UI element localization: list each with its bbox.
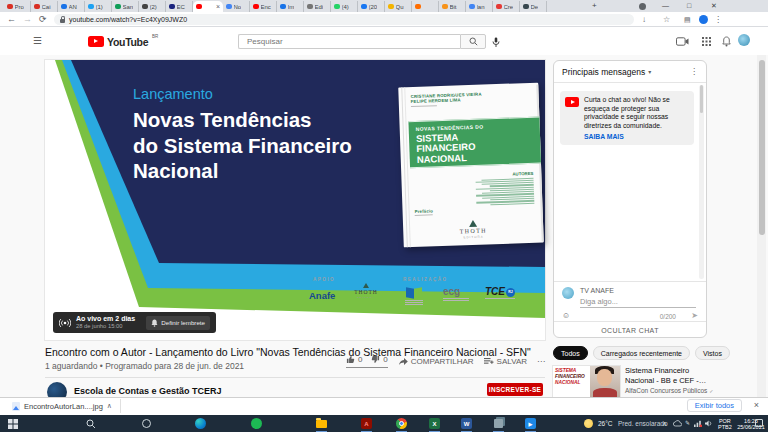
browser-tab[interactable]: Edi bbox=[304, 1, 331, 12]
video-player[interactable]: Lançamento Novas Tendências do Sistema F… bbox=[45, 60, 545, 340]
search-input[interactable] bbox=[245, 36, 460, 47]
save-button[interactable]: SALVAR bbox=[484, 357, 527, 366]
browser-tab[interactable]: (20 bbox=[358, 1, 385, 12]
hide-chat-button[interactable]: OCULTAR CHAT bbox=[554, 321, 706, 339]
onedrive-cloud-icon[interactable] bbox=[673, 420, 682, 427]
weather-condition[interactable]: Pred. ensolarado bbox=[618, 415, 668, 432]
word-icon[interactable]: W bbox=[460, 417, 473, 430]
download-icon[interactable]: ↓ bbox=[642, 15, 646, 24]
browser-tab[interactable] bbox=[193, 1, 223, 12]
browser-tab[interactable]: AN bbox=[58, 1, 85, 12]
voice-search-mic-icon[interactable] bbox=[492, 37, 500, 48]
spotify-icon[interactable] bbox=[250, 417, 263, 430]
browser-tab[interactable]: Bit bbox=[439, 1, 466, 12]
forward-icon[interactable]: → bbox=[23, 15, 32, 24]
extensions-icon[interactable]: ▤ bbox=[684, 15, 691, 24]
browser-tab[interactable]: lan bbox=[466, 1, 493, 12]
window-maximize-button[interactable]: □ bbox=[687, 1, 691, 11]
chat-scrollbar[interactable] bbox=[699, 85, 704, 279]
thumbs-down-icon bbox=[371, 355, 380, 364]
movies-tv-icon[interactable]: ▶ bbox=[524, 417, 537, 430]
tray-chevron-up-icon[interactable]: ∧ bbox=[662, 415, 667, 432]
new-tab-button[interactable]: + bbox=[592, 0, 597, 11]
youtube-country-code: BR bbox=[152, 34, 158, 39]
keyboard-language-indicator[interactable]: POR PTB2 bbox=[718, 418, 732, 430]
browser-tab[interactable]: Pro bbox=[4, 1, 31, 12]
search-box[interactable] bbox=[238, 34, 460, 49]
browser-tab[interactable]: Qu bbox=[385, 1, 412, 12]
browser-tab[interactable]: (2) bbox=[139, 1, 166, 12]
acrobat-icon[interactable]: A bbox=[360, 417, 373, 430]
apps-grid-icon[interactable] bbox=[702, 37, 711, 46]
video-meta: 1 aguardando • Programado para 28 de jun… bbox=[45, 361, 244, 371]
dislike-button[interactable]: 0 bbox=[371, 355, 387, 364]
create-video-icon[interactable] bbox=[676, 37, 689, 46]
browser-tab[interactable]: Cai bbox=[31, 1, 58, 12]
back-icon[interactable]: ← bbox=[7, 15, 16, 24]
youtube-logo-icon[interactable] bbox=[88, 36, 104, 47]
chat-menu-kebab-icon[interactable]: ⋮ bbox=[690, 67, 698, 76]
cortana-icon[interactable] bbox=[140, 417, 153, 430]
browser-menu-kebab-icon[interactable]: ⋮ bbox=[714, 15, 722, 24]
start-button[interactable] bbox=[6, 417, 19, 430]
chat-message-input[interactable]: Diga algo... bbox=[580, 297, 618, 306]
action-center-icon[interactable] bbox=[755, 419, 763, 427]
stacked-windows-icon[interactable] bbox=[492, 417, 505, 430]
pen-workspace-icon[interactable]: ✎ bbox=[685, 415, 690, 432]
tab-favicon-icon bbox=[61, 4, 67, 10]
filter-chip[interactable]: Vistos bbox=[695, 346, 730, 360]
bookmark-star-icon[interactable]: ☆ bbox=[663, 15, 670, 24]
edge-icon[interactable] bbox=[194, 417, 207, 430]
browser-tab[interactable]: De bbox=[520, 1, 547, 12]
weather-temperature[interactable]: 26°C bbox=[598, 415, 613, 432]
window-close-button[interactable]: ✕ bbox=[711, 1, 717, 11]
more-actions-icon[interactable]: ⋯ bbox=[537, 357, 545, 366]
channel-name[interactable]: Escola de Contas e Gestão TCERJ bbox=[74, 386, 222, 396]
browser-profile-icon[interactable] bbox=[639, 3, 646, 10]
browser-tab[interactable]: EC bbox=[166, 1, 193, 12]
filter-chip[interactable]: Carregados recentemente bbox=[593, 346, 690, 360]
browser-tab[interactable]: Cre bbox=[493, 1, 520, 12]
filter-chip[interactable]: Todos bbox=[553, 346, 588, 360]
send-icon[interactable]: ➤ bbox=[691, 311, 698, 320]
file-explorer-icon[interactable] bbox=[315, 417, 328, 430]
share-button[interactable]: COMPARTILHAR bbox=[398, 357, 474, 366]
download-bar-close-icon[interactable]: × bbox=[754, 400, 759, 410]
browser-tab[interactable] bbox=[412, 1, 439, 12]
browser-tab[interactable]: San bbox=[112, 1, 139, 12]
chrome-icon[interactable] bbox=[395, 417, 408, 430]
suggested-video-title[interactable]: Sistema Financeiro Nacional - BB e CEF -… bbox=[625, 366, 709, 385]
page-url[interactable]: youtube.com/watch?v=Ec4Xy09JWZ0 bbox=[69, 16, 187, 23]
subscribe-button[interactable]: INSCREVER-SE bbox=[487, 383, 543, 396]
taskbar-search-icon[interactable] bbox=[84, 417, 97, 430]
refresh-icon[interactable]: ⟳ bbox=[39, 15, 47, 24]
weather-sun-icon[interactable] bbox=[584, 419, 593, 428]
search-button[interactable] bbox=[460, 34, 486, 49]
youtube-logo-text[interactable]: YouTube bbox=[107, 36, 148, 48]
browser-tab[interactable]: (1) bbox=[85, 1, 112, 12]
file-menu-caret-icon[interactable]: ∧ bbox=[107, 402, 112, 410]
hamburger-menu-icon[interactable]: ☰ bbox=[33, 35, 42, 46]
set-reminder-button[interactable]: Definir lembrete bbox=[146, 316, 210, 330]
like-button[interactable]: 0 bbox=[346, 355, 362, 364]
browser-tab[interactable]: No bbox=[223, 1, 250, 12]
emoji-icon[interactable]: ☺ bbox=[562, 311, 570, 320]
profile-avatar[interactable] bbox=[699, 15, 708, 24]
suggested-video-channel[interactable]: AlfaCon Concursos Públicos ✓ bbox=[625, 387, 713, 394]
network-icon[interactable] bbox=[694, 420, 702, 427]
show-all-downloads-button[interactable]: Exibir todos bbox=[687, 399, 742, 412]
suggested-video-thumbnail[interactable]: SISTEMA FINANCEIRO NACIONAL bbox=[553, 366, 620, 397]
excel-icon[interactable]: X bbox=[428, 417, 441, 430]
learn-more-link[interactable]: SAIBA MAIS bbox=[584, 133, 689, 140]
browser-tab[interactable]: Im bbox=[277, 1, 304, 12]
account-avatar[interactable] bbox=[738, 34, 750, 46]
notifications-bell-icon[interactable] bbox=[722, 36, 731, 47]
browser-tab[interactable]: Enc bbox=[250, 1, 277, 12]
browser-tab[interactable]: (4) bbox=[331, 1, 358, 12]
url-omnibox[interactable]: youtube.com/watch?v=Ec4Xy09JWZ0 bbox=[54, 14, 634, 25]
page-scrollbar[interactable] bbox=[757, 27, 766, 415]
chat-filter-dropdown[interactable]: Principais mensagens bbox=[562, 67, 645, 77]
window-minimize-button[interactable]: — bbox=[662, 1, 669, 11]
downloaded-file-item[interactable]: EncontroAutorLan....jpg ∧ bbox=[4, 399, 121, 413]
volume-icon[interactable] bbox=[705, 420, 713, 427]
